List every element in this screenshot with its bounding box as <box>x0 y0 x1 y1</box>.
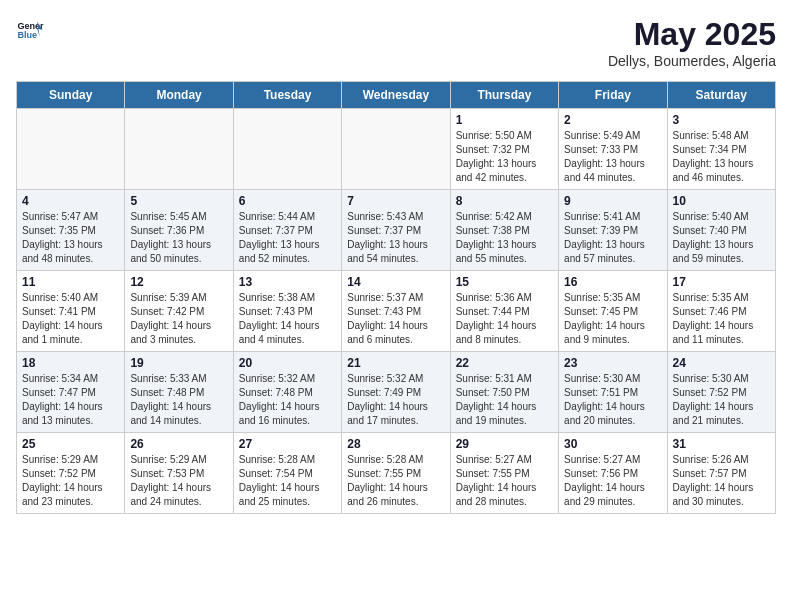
day-number: 21 <box>347 356 444 370</box>
day-number: 4 <box>22 194 119 208</box>
calendar-week-1: 1Sunrise: 5:50 AMSunset: 7:32 PMDaylight… <box>17 109 776 190</box>
table-row: 20Sunrise: 5:32 AMSunset: 7:48 PMDayligh… <box>233 352 341 433</box>
day-number: 23 <box>564 356 661 370</box>
table-row <box>342 109 450 190</box>
table-row: 11Sunrise: 5:40 AMSunset: 7:41 PMDayligh… <box>17 271 125 352</box>
day-info: Sunrise: 5:29 AMSunset: 7:52 PMDaylight:… <box>22 453 119 509</box>
day-info: Sunrise: 5:44 AMSunset: 7:37 PMDaylight:… <box>239 210 336 266</box>
calendar-week-5: 25Sunrise: 5:29 AMSunset: 7:52 PMDayligh… <box>17 433 776 514</box>
col-thursday: Thursday <box>450 82 558 109</box>
table-row: 17Sunrise: 5:35 AMSunset: 7:46 PMDayligh… <box>667 271 775 352</box>
table-row <box>17 109 125 190</box>
logo-icon: General Blue <box>16 16 44 44</box>
day-number: 8 <box>456 194 553 208</box>
col-friday: Friday <box>559 82 667 109</box>
day-number: 9 <box>564 194 661 208</box>
table-row <box>233 109 341 190</box>
table-row: 26Sunrise: 5:29 AMSunset: 7:53 PMDayligh… <box>125 433 233 514</box>
day-number: 20 <box>239 356 336 370</box>
day-info: Sunrise: 5:34 AMSunset: 7:47 PMDaylight:… <box>22 372 119 428</box>
table-row: 3Sunrise: 5:48 AMSunset: 7:34 PMDaylight… <box>667 109 775 190</box>
table-row: 9Sunrise: 5:41 AMSunset: 7:39 PMDaylight… <box>559 190 667 271</box>
table-row: 1Sunrise: 5:50 AMSunset: 7:32 PMDaylight… <box>450 109 558 190</box>
day-number: 27 <box>239 437 336 451</box>
table-row: 7Sunrise: 5:43 AMSunset: 7:37 PMDaylight… <box>342 190 450 271</box>
day-info: Sunrise: 5:41 AMSunset: 7:39 PMDaylight:… <box>564 210 661 266</box>
day-info: Sunrise: 5:42 AMSunset: 7:38 PMDaylight:… <box>456 210 553 266</box>
day-info: Sunrise: 5:39 AMSunset: 7:42 PMDaylight:… <box>130 291 227 347</box>
day-number: 13 <box>239 275 336 289</box>
day-number: 26 <box>130 437 227 451</box>
day-number: 28 <box>347 437 444 451</box>
location-title: Dellys, Boumerdes, Algeria <box>608 53 776 69</box>
day-number: 1 <box>456 113 553 127</box>
calendar-header-row: Sunday Monday Tuesday Wednesday Thursday… <box>17 82 776 109</box>
table-row: 5Sunrise: 5:45 AMSunset: 7:36 PMDaylight… <box>125 190 233 271</box>
day-info: Sunrise: 5:35 AMSunset: 7:45 PMDaylight:… <box>564 291 661 347</box>
day-number: 2 <box>564 113 661 127</box>
table-row: 28Sunrise: 5:28 AMSunset: 7:55 PMDayligh… <box>342 433 450 514</box>
table-row: 15Sunrise: 5:36 AMSunset: 7:44 PMDayligh… <box>450 271 558 352</box>
day-number: 24 <box>673 356 770 370</box>
table-row <box>125 109 233 190</box>
page-header: General Blue May 2025 Dellys, Boumerdes,… <box>16 16 776 69</box>
day-info: Sunrise: 5:40 AMSunset: 7:41 PMDaylight:… <box>22 291 119 347</box>
table-row: 16Sunrise: 5:35 AMSunset: 7:45 PMDayligh… <box>559 271 667 352</box>
day-info: Sunrise: 5:31 AMSunset: 7:50 PMDaylight:… <box>456 372 553 428</box>
col-saturday: Saturday <box>667 82 775 109</box>
day-number: 19 <box>130 356 227 370</box>
table-row: 8Sunrise: 5:42 AMSunset: 7:38 PMDaylight… <box>450 190 558 271</box>
day-info: Sunrise: 5:40 AMSunset: 7:40 PMDaylight:… <box>673 210 770 266</box>
day-info: Sunrise: 5:47 AMSunset: 7:35 PMDaylight:… <box>22 210 119 266</box>
day-info: Sunrise: 5:50 AMSunset: 7:32 PMDaylight:… <box>456 129 553 185</box>
calendar-week-2: 4Sunrise: 5:47 AMSunset: 7:35 PMDaylight… <box>17 190 776 271</box>
day-number: 14 <box>347 275 444 289</box>
day-info: Sunrise: 5:35 AMSunset: 7:46 PMDaylight:… <box>673 291 770 347</box>
day-info: Sunrise: 5:29 AMSunset: 7:53 PMDaylight:… <box>130 453 227 509</box>
day-number: 11 <box>22 275 119 289</box>
title-area: May 2025 Dellys, Boumerdes, Algeria <box>608 16 776 69</box>
logo: General Blue <box>16 16 44 44</box>
calendar-week-4: 18Sunrise: 5:34 AMSunset: 7:47 PMDayligh… <box>17 352 776 433</box>
day-number: 30 <box>564 437 661 451</box>
table-row: 13Sunrise: 5:38 AMSunset: 7:43 PMDayligh… <box>233 271 341 352</box>
day-info: Sunrise: 5:27 AMSunset: 7:55 PMDaylight:… <box>456 453 553 509</box>
day-info: Sunrise: 5:36 AMSunset: 7:44 PMDaylight:… <box>456 291 553 347</box>
day-info: Sunrise: 5:32 AMSunset: 7:48 PMDaylight:… <box>239 372 336 428</box>
day-info: Sunrise: 5:43 AMSunset: 7:37 PMDaylight:… <box>347 210 444 266</box>
table-row: 22Sunrise: 5:31 AMSunset: 7:50 PMDayligh… <box>450 352 558 433</box>
day-info: Sunrise: 5:37 AMSunset: 7:43 PMDaylight:… <box>347 291 444 347</box>
day-number: 17 <box>673 275 770 289</box>
table-row: 25Sunrise: 5:29 AMSunset: 7:52 PMDayligh… <box>17 433 125 514</box>
day-number: 15 <box>456 275 553 289</box>
day-number: 10 <box>673 194 770 208</box>
col-wednesday: Wednesday <box>342 82 450 109</box>
svg-text:Blue: Blue <box>17 30 37 40</box>
table-row: 23Sunrise: 5:30 AMSunset: 7:51 PMDayligh… <box>559 352 667 433</box>
table-row: 6Sunrise: 5:44 AMSunset: 7:37 PMDaylight… <box>233 190 341 271</box>
day-number: 5 <box>130 194 227 208</box>
day-info: Sunrise: 5:28 AMSunset: 7:54 PMDaylight:… <box>239 453 336 509</box>
table-row: 10Sunrise: 5:40 AMSunset: 7:40 PMDayligh… <box>667 190 775 271</box>
day-number: 6 <box>239 194 336 208</box>
col-sunday: Sunday <box>17 82 125 109</box>
table-row: 4Sunrise: 5:47 AMSunset: 7:35 PMDaylight… <box>17 190 125 271</box>
day-number: 16 <box>564 275 661 289</box>
table-row: 29Sunrise: 5:27 AMSunset: 7:55 PMDayligh… <box>450 433 558 514</box>
day-number: 7 <box>347 194 444 208</box>
day-number: 25 <box>22 437 119 451</box>
day-info: Sunrise: 5:49 AMSunset: 7:33 PMDaylight:… <box>564 129 661 185</box>
table-row: 21Sunrise: 5:32 AMSunset: 7:49 PMDayligh… <box>342 352 450 433</box>
table-row: 31Sunrise: 5:26 AMSunset: 7:57 PMDayligh… <box>667 433 775 514</box>
day-info: Sunrise: 5:30 AMSunset: 7:52 PMDaylight:… <box>673 372 770 428</box>
day-info: Sunrise: 5:48 AMSunset: 7:34 PMDaylight:… <box>673 129 770 185</box>
day-info: Sunrise: 5:28 AMSunset: 7:55 PMDaylight:… <box>347 453 444 509</box>
table-row: 12Sunrise: 5:39 AMSunset: 7:42 PMDayligh… <box>125 271 233 352</box>
day-info: Sunrise: 5:38 AMSunset: 7:43 PMDaylight:… <box>239 291 336 347</box>
table-row: 14Sunrise: 5:37 AMSunset: 7:43 PMDayligh… <box>342 271 450 352</box>
day-number: 31 <box>673 437 770 451</box>
col-tuesday: Tuesday <box>233 82 341 109</box>
calendar-week-3: 11Sunrise: 5:40 AMSunset: 7:41 PMDayligh… <box>17 271 776 352</box>
table-row: 30Sunrise: 5:27 AMSunset: 7:56 PMDayligh… <box>559 433 667 514</box>
day-info: Sunrise: 5:30 AMSunset: 7:51 PMDaylight:… <box>564 372 661 428</box>
